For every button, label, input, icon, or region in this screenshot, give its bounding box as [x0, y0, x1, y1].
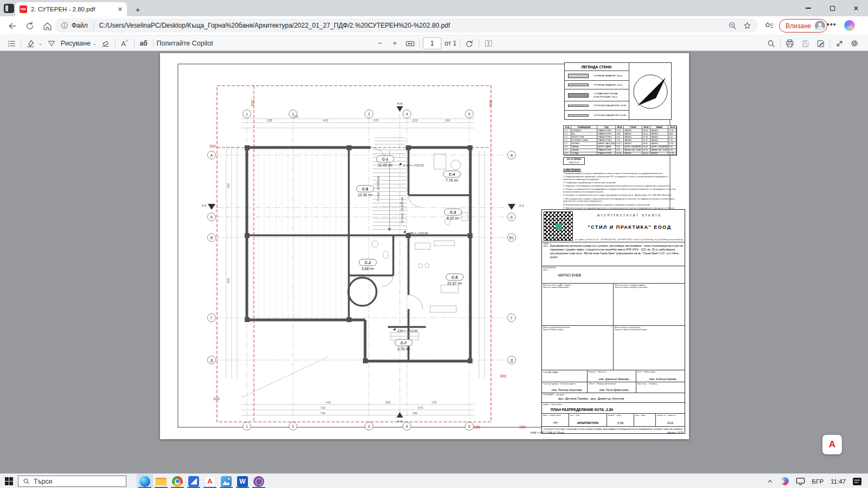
erase-button[interactable]: [100, 37, 112, 50]
taskbar-viber[interactable]: [251, 474, 267, 488]
text-tools-button[interactable]: аб: [138, 37, 150, 50]
room-code: С-5: [451, 275, 457, 279]
studio-name: architectural studio: [576, 213, 684, 217]
legend-swatch-xps: [568, 114, 589, 117]
url-box[interactable]: Файл C:/Users/VeselinaPC/Desktop/Къща_Го…: [54, 18, 758, 33]
search-icon: [23, 478, 30, 485]
favorite-star-icon[interactable]: [743, 21, 752, 30]
window-minimize-button[interactable]: [796, 0, 820, 16]
toc-icon: [7, 39, 16, 48]
action-center-icon[interactable]: [853, 478, 861, 485]
svg-text:1-1: 1-1: [519, 204, 524, 207]
toolbar-separator: [134, 39, 135, 48]
client-name: МИТКО ЕНЕВ: [558, 273, 581, 277]
page-number-input[interactable]: [423, 37, 442, 49]
legend-title: ЛЕГЕНДА СТЕНИ:: [565, 63, 629, 71]
svg-text:1: 1: [246, 425, 248, 428]
rotate-button[interactable]: [463, 37, 475, 50]
client-row: ВЪЗЛОЖИТЕЛ :client : МИТКО ЕНЕВ: [542, 266, 685, 284]
clock[interactable]: 11:47: [831, 478, 846, 485]
room-code: С-1: [382, 157, 388, 161]
svg-text:Д: Д: [210, 358, 213, 363]
room-area: 11.00 m²: [378, 163, 393, 167]
plumbing-engineer: инж. Албена Канева: [642, 377, 684, 381]
fit-width-button[interactable]: [404, 37, 416, 50]
browser-tab[interactable]: PDF 2. СУТЕРЕН - 2.80.pdf ✕: [15, 2, 127, 16]
search-document-button[interactable]: [765, 37, 777, 50]
note-item: 8. Всички количества са приблизителни и …: [563, 204, 676, 207]
svg-text:А-А: А-А: [397, 102, 403, 105]
legend-swatch-brick25: [568, 74, 589, 78]
toc-button[interactable]: [5, 37, 17, 50]
svg-text:730: 730: [293, 115, 298, 118]
settings-menu-button[interactable]: •••: [827, 20, 837, 29]
ab-text-icon: аб: [140, 40, 148, 47]
favorites-list-icon[interactable]: [764, 21, 774, 31]
tab-close-icon[interactable]: ✕: [118, 6, 123, 13]
room-labels: С-111.00 m² С-23.68 m² С-36.10 m² С-47.7…: [356, 156, 463, 351]
home-icon: [42, 21, 53, 31]
zoom-in-button[interactable]: +: [389, 37, 401, 50]
taskbar-acrobat[interactable]: A: [202, 474, 218, 488]
copilot-icon[interactable]: [844, 20, 855, 31]
taskbar-explorer[interactable]: [153, 474, 169, 488]
toolbar-separator: [153, 39, 154, 48]
room-code: С-4: [449, 172, 455, 176]
save-button[interactable]: [799, 37, 811, 50]
room-area: 12.90 m²: [358, 193, 373, 197]
new-tab-button[interactable]: +: [132, 4, 143, 15]
tab-title: 2. СУТЕРЕН - 2.80.pdf: [31, 6, 114, 12]
svg-text:-2.80 = +723.60: -2.80 = +723.60: [397, 329, 418, 332]
zoom-out-button[interactable]: −: [374, 37, 386, 50]
tab-actions-icon[interactable]: [4, 4, 14, 13]
note-item: 6. По време на строителството да се след…: [563, 194, 676, 197]
taskbar-search[interactable]: Търси: [18, 476, 126, 487]
svg-text:460: 460: [227, 278, 230, 284]
approval-row: СЪГЛАСУВАЛ: Електро : / Electrical :инж.…: [542, 370, 685, 382]
svg-text:170: 170: [431, 401, 437, 404]
ask-copilot-button[interactable]: Попитайте Copilot: [157, 40, 213, 47]
tab-strip: PDF 2. СУТЕРЕН - 2.80.pdf ✕ + ✕: [0, 0, 868, 16]
tray-expand-icon[interactable]: [767, 478, 774, 485]
save-as-button[interactable]: [814, 37, 826, 50]
sheet-number: 2/12: [656, 421, 685, 425]
page-view-icon: [483, 38, 493, 48]
svg-text:3: 3: [368, 112, 370, 116]
display-tray-icon[interactable]: [796, 477, 805, 485]
print-button[interactable]: [784, 37, 796, 50]
svg-text:Б: Б: [210, 215, 213, 219]
taskbar-edge[interactable]: [137, 474, 153, 488]
taskbar-app-blue[interactable]: [186, 474, 202, 488]
fit-width-icon: [405, 38, 415, 49]
zoom-out-page-icon[interactable]: [728, 21, 737, 30]
taskbar-chrome[interactable]: [169, 474, 186, 488]
system-tray: БГР 11:47: [767, 474, 868, 488]
language-indicator[interactable]: БГР: [812, 478, 824, 485]
red-dim-label: 150: [519, 425, 526, 429]
pdf-viewport[interactable]: 500 500 300 300 300 150 150: [0, 51, 868, 473]
page-view-button[interactable]: [482, 37, 494, 50]
room-area: 6.10 m²: [446, 216, 459, 220]
chevron-down-icon[interactable]: ⌄: [39, 41, 42, 46]
taskbar-photos[interactable]: [218, 474, 234, 488]
svg-text:5: 5: [468, 425, 470, 428]
draw-button[interactable]: [46, 37, 58, 50]
refresh-button[interactable]: [24, 20, 36, 32]
window-maximize-button[interactable]: [820, 0, 844, 16]
fullscreen-button[interactable]: [833, 37, 845, 50]
home-button[interactable]: [41, 20, 53, 32]
room-code: С-3: [450, 210, 456, 214]
chevron-down-icon[interactable]: ⌄: [93, 41, 97, 46]
tray-app-icon[interactable]: [781, 477, 789, 485]
read-aloud-button[interactable]: A⁾⁾: [119, 37, 131, 50]
start-button[interactable]: [5, 477, 13, 485]
taskbar-word[interactable]: W: [234, 474, 251, 488]
highlighter-icon: [26, 39, 35, 48]
back-button[interactable]: [7, 20, 18, 32]
window-close-button[interactable]: ✕: [844, 0, 868, 16]
highlight-button[interactable]: [24, 37, 36, 50]
pdf-toolbar: ⌄ Рисуване ⌄ A⁾⁾ аб Попитайте Copilot − …: [0, 35, 868, 51]
pdf-settings-button[interactable]: [848, 37, 860, 50]
signin-button[interactable]: Влизане: [779, 19, 827, 33]
open-in-acrobat-button[interactable]: A: [822, 435, 842, 454]
